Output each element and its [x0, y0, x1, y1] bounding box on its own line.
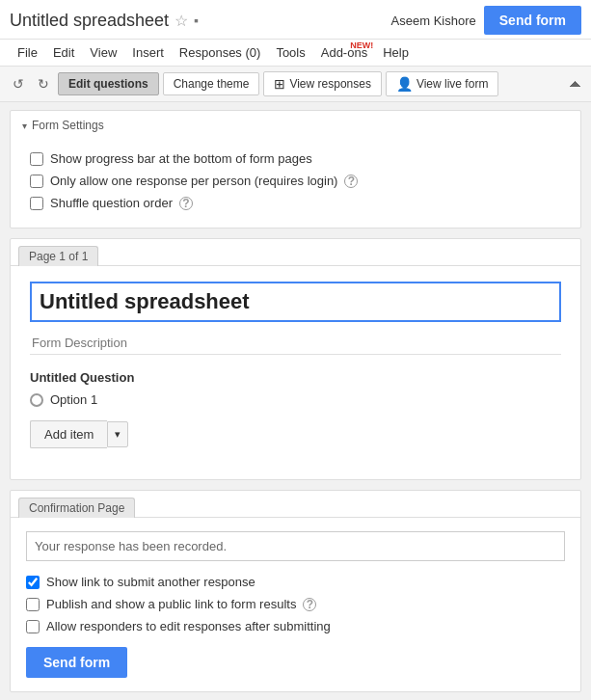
- view-live-form-icon: 👤: [396, 76, 413, 92]
- form-settings-header[interactable]: ▾ Form Settings: [11, 111, 580, 140]
- publish-link-label: Publish and show a public link to form r…: [46, 597, 296, 611]
- allow-edit-checkbox[interactable]: [26, 620, 40, 633]
- send-form-button-bottom[interactable]: Send form: [26, 647, 127, 678]
- question-label: Untitled Question: [30, 370, 561, 385]
- redo-button[interactable]: ↻: [33, 73, 54, 94]
- confirmation-content: Show link to submit another response Pub…: [11, 517, 580, 691]
- progress-bar-label: Show progress bar at the bottom of form …: [50, 151, 312, 166]
- one-response-help-icon[interactable]: ?: [344, 175, 358, 188]
- view-responses-icon: ⊞: [274, 76, 285, 92]
- folder-icon[interactable]: ▪: [194, 13, 199, 28]
- add-item-dropdown-button[interactable]: ▾: [107, 421, 128, 447]
- send-form-button-top[interactable]: Send form: [484, 6, 581, 35]
- confirm-row-2: Publish and show a public link to form r…: [26, 593, 565, 615]
- one-response-label: Only allow one response per person (requ…: [50, 174, 337, 188]
- menu-responses[interactable]: Responses (0): [172, 42, 269, 63]
- change-theme-button[interactable]: Change theme: [163, 72, 260, 95]
- confirmation-panel: Confirmation Page Show link to submit an…: [10, 490, 581, 692]
- confirmation-message-input[interactable]: [26, 531, 565, 561]
- confirmation-tab-area: Confirmation Page: [11, 491, 580, 517]
- add-item-row: Add item ▾: [30, 420, 561, 448]
- shuffle-order-help-icon[interactable]: ?: [179, 197, 193, 210]
- user-name: Aseem Kishore: [391, 13, 476, 28]
- confirmation-tab[interactable]: Confirmation Page: [18, 498, 135, 518]
- edit-questions-button[interactable]: Edit questions: [58, 72, 159, 95]
- shuffle-order-label: Shuffle question order: [50, 196, 173, 210]
- menu-help[interactable]: Help: [375, 42, 416, 63]
- page-tab-area: Page 1 of 1: [11, 239, 580, 265]
- publish-link-checkbox[interactable]: [26, 598, 40, 611]
- page-tab[interactable]: Page 1 of 1: [18, 246, 98, 266]
- one-response-checkbox[interactable]: [30, 175, 43, 188]
- publish-link-help-icon[interactable]: ?: [303, 598, 316, 611]
- radio-button-1[interactable]: [30, 393, 43, 407]
- radio-option-1: Option 1: [30, 392, 561, 407]
- page-content: Untitled Question Option 1 Add item ▾: [11, 265, 580, 464]
- progress-bar-checkbox[interactable]: [30, 152, 43, 166]
- menu-file[interactable]: File: [10, 42, 45, 63]
- document-title: Untitled spreadsheet: [10, 11, 169, 31]
- new-badge: NEW!: [350, 40, 373, 50]
- form-title-input[interactable]: [30, 282, 561, 322]
- title-icons: ☆ ▪: [175, 12, 199, 30]
- setting-row-2: Only allow one response per person (requ…: [30, 170, 561, 192]
- menu-addons[interactable]: Add-ons NEW!: [313, 42, 375, 63]
- menu-edit[interactable]: Edit: [45, 42, 82, 63]
- show-link-label: Show link to submit another response: [46, 575, 255, 589]
- option-1-label: Option 1: [50, 392, 97, 407]
- main-content: ▾ Form Settings Show progress bar at the…: [0, 102, 591, 700]
- menu-bar: File Edit View Insert Responses (0) Tool…: [0, 40, 591, 67]
- form-settings-triangle: ▾: [22, 121, 27, 131]
- page-panel: Page 1 of 1 Untitled Question Option 1 A…: [10, 238, 581, 480]
- form-description-input[interactable]: [30, 332, 561, 355]
- confirm-row-1: Show link to submit another response: [26, 571, 565, 593]
- title-bar: Untitled spreadsheet ☆ ▪ Aseem Kishore S…: [0, 0, 591, 40]
- show-link-checkbox[interactable]: [26, 576, 40, 589]
- add-item-button[interactable]: Add item: [30, 420, 107, 448]
- collapse-button[interactable]: ⏶: [568, 75, 583, 93]
- confirm-row-3: Allow responders to edit responses after…: [26, 615, 565, 637]
- view-live-form-button[interactable]: 👤 View live form: [386, 71, 498, 96]
- shuffle-order-checkbox[interactable]: [30, 197, 43, 210]
- undo-button[interactable]: ↺: [8, 73, 29, 94]
- form-settings-body: Show progress bar at the bottom of form …: [11, 140, 580, 228]
- menu-insert[interactable]: Insert: [124, 42, 172, 63]
- form-settings-panel: ▾ Form Settings Show progress bar at the…: [10, 110, 581, 229]
- setting-row-3: Shuffle question order ?: [30, 192, 561, 214]
- allow-edit-label: Allow responders to edit responses after…: [46, 619, 331, 633]
- view-responses-button[interactable]: ⊞ View responses: [263, 71, 382, 96]
- menu-tools[interactable]: Tools: [268, 42, 312, 63]
- toolbar: ↺ ↻ Edit questions Change theme ⊞ View r…: [0, 67, 591, 102]
- star-icon[interactable]: ☆: [175, 12, 188, 30]
- menu-view[interactable]: View: [82, 42, 124, 63]
- setting-row-1: Show progress bar at the bottom of form …: [30, 148, 561, 170]
- form-settings-title: Form Settings: [32, 119, 104, 132]
